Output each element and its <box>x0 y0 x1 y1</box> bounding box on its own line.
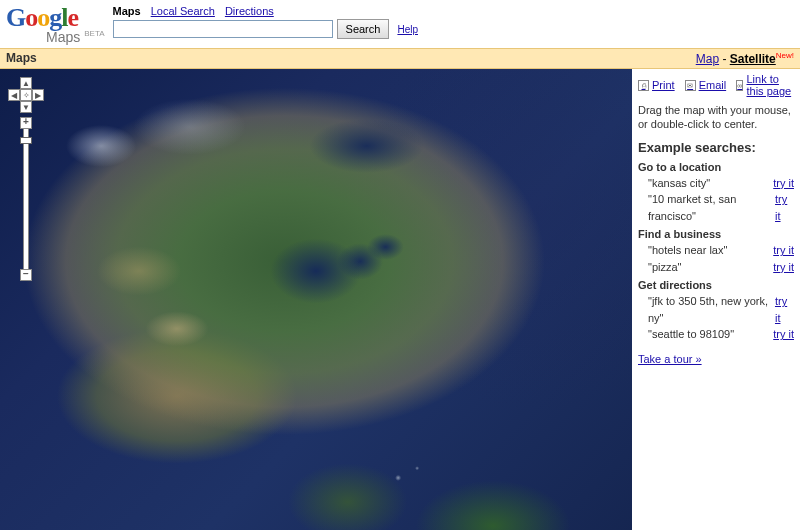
search-input[interactable] <box>113 20 333 38</box>
pan-control: ▲ ◀ ✧ ▶ ▼ <box>8 77 44 113</box>
try-it-link[interactable]: try it <box>773 242 794 259</box>
hint-text: Drag the map with your mouse, or double-… <box>638 103 794 132</box>
pan-east-button[interactable]: ▶ <box>32 89 44 101</box>
zoom-control: + − <box>8 117 44 281</box>
section-goto-title: Go to a location <box>638 161 794 173</box>
example-query: "hotels near lax" <box>648 242 727 259</box>
try-it-link[interactable]: try it <box>775 191 794 224</box>
tab-maps[interactable]: Maps <box>113 5 141 17</box>
sidebar-actions: ⎙Print ✉Email ∞Link to this page <box>638 73 794 97</box>
print-link[interactable]: ⎙Print <box>638 73 675 97</box>
content: ▲ ◀ ✧ ▶ ▼ + − ©2005 Google Imagery ©2005… <box>0 69 800 530</box>
example-row: "seattle to 98109"try it <box>638 326 794 343</box>
example-query: "10 market st, san francisco" <box>648 191 775 224</box>
section-business-title: Find a business <box>638 228 794 240</box>
example-row: "pizza"try it <box>638 259 794 276</box>
tab-local-search[interactable]: Local Search <box>151 5 215 17</box>
pan-west-button[interactable]: ◀ <box>8 89 20 101</box>
print-icon: ⎙ <box>638 80 649 91</box>
try-it-link[interactable]: try it <box>773 326 794 343</box>
zoom-in-button[interactable]: + <box>20 117 32 129</box>
example-row: "hotels near lax"try it <box>638 242 794 259</box>
view-switch: Map - SatelliteNew! <box>696 51 794 66</box>
try-it-link[interactable]: try it <box>773 259 794 276</box>
zoom-slider-handle[interactable] <box>20 137 32 144</box>
link-icon: ∞ <box>736 80 743 91</box>
logo-sub: MapsBETA <box>46 29 105 45</box>
nav-search: Maps Local Search Directions Help <box>113 5 794 39</box>
example-query: "kansas city" <box>648 175 710 192</box>
email-icon: ✉ <box>685 80 696 91</box>
try-it-link[interactable]: try it <box>775 293 794 326</box>
header: Google MapsBETA Maps Local Search Direct… <box>0 0 800 48</box>
email-link[interactable]: ✉Email <box>685 73 727 97</box>
sidebar: ⎙Print ✉Email ∞Link to this page Drag th… <box>632 69 800 530</box>
zoom-out-button[interactable]: − <box>20 269 32 281</box>
help-link[interactable]: Help <box>397 24 418 35</box>
take-tour-link[interactable]: Take a tour » <box>638 353 702 365</box>
view-bar: Maps Map - SatelliteNew! <box>0 48 800 69</box>
pan-south-button[interactable]: ▼ <box>20 101 32 113</box>
new-tag: New! <box>776 51 794 60</box>
example-row: "10 market st, san francisco"try it <box>638 191 794 224</box>
example-query: "seattle to 98109" <box>648 326 734 343</box>
try-it-link[interactable]: try it <box>773 175 794 192</box>
search-button[interactable] <box>337 19 390 39</box>
pan-center-button[interactable]: ✧ <box>20 89 32 101</box>
product-tabs: Maps Local Search Directions <box>113 5 794 17</box>
bar-title: Maps <box>6 51 37 66</box>
section-directions-title: Get directions <box>638 279 794 291</box>
tab-directions[interactable]: Directions <box>225 5 274 17</box>
example-row: "jfk to 350 5th, new york, ny"try it <box>638 293 794 326</box>
satellite-imagery <box>0 69 632 530</box>
tour-link-row: Take a tour » <box>638 353 794 365</box>
map-controls: ▲ ◀ ✧ ▶ ▼ + − <box>8 77 44 281</box>
map-viewport[interactable]: ▲ ◀ ✧ ▶ ▼ + − ©2005 Google Imagery ©2005… <box>0 69 632 530</box>
zoom-slider-track[interactable] <box>23 129 29 269</box>
example-query: "pizza" <box>648 259 682 276</box>
example-query: "jfk to 350 5th, new york, ny" <box>648 293 775 326</box>
google-logo: Google MapsBETA <box>6 3 105 45</box>
examples-title: Example searches: <box>638 140 794 155</box>
example-row: "kansas city"try it <box>638 175 794 192</box>
view-satellite-link[interactable]: Satellite <box>730 52 776 66</box>
view-map-link[interactable]: Map <box>696 52 719 66</box>
search-row: Help <box>113 19 794 39</box>
permalink-link[interactable]: ∞Link to this page <box>736 73 794 97</box>
pan-north-button[interactable]: ▲ <box>20 77 32 89</box>
